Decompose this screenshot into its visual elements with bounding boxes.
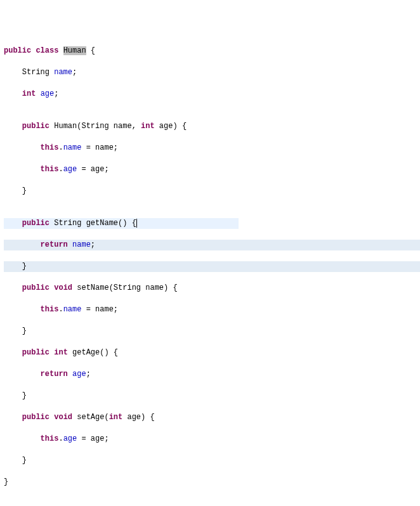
code-line: }	[4, 477, 420, 488]
code-line: this.name = name;	[4, 143, 420, 153]
code-line: String name;	[4, 67, 420, 78]
code-line: public void setAge(int age) {	[4, 412, 420, 423]
code-line: this.name = name;	[4, 304, 420, 315]
code-line: public String getName() {	[4, 218, 420, 229]
code-line: public class Human {	[4, 46, 420, 56]
text-cursor	[136, 219, 137, 228]
code-line: }	[4, 326, 420, 337]
code-line: }	[4, 186, 420, 197]
code-line: this.age = age;	[4, 164, 420, 175]
code-editor[interactable]: public class Human { String name; int ag…	[4, 46, 420, 506]
code-line: public int getAge() {	[4, 347, 420, 358]
code-line: return name;	[4, 240, 420, 250]
code-line: public Human(String name, int age) {	[4, 121, 420, 132]
selected-text: Human	[63, 46, 86, 55]
code-line: return age;	[4, 369, 420, 380]
code-line: }	[4, 455, 420, 466]
code-line: }	[4, 261, 420, 272]
code-line: int age;	[4, 89, 420, 100]
code-line: this.age = age;	[4, 434, 420, 444]
code-line: }	[4, 391, 420, 401]
code-line: public void setName(String name) {	[4, 283, 420, 294]
